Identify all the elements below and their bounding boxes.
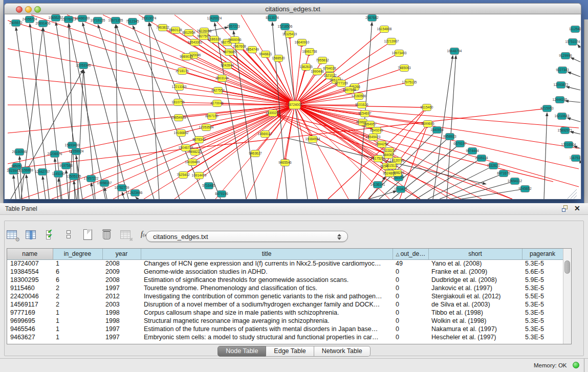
table-cell[interactable]: 1 (53, 309, 102, 317)
tab-edge-table[interactable]: Edge Table (266, 346, 314, 357)
table-row[interactable]: 911546021997Tourette syndrome. Phenomeno… (7, 284, 563, 292)
column-header-in_degree[interactable]: in_degree (53, 249, 102, 259)
table-cell[interactable]: 1 (53, 317, 102, 325)
table-cell[interactable]: 1 (53, 325, 102, 333)
table-cell[interactable]: Tourette syndrome. Phenomenology and cla… (141, 284, 393, 292)
table-cell[interactable]: 19384554 (7, 268, 53, 276)
column-header-out_de[interactable]: △out_de… (393, 249, 428, 259)
table-cell[interactable]: Genome-wide association studies in ADHD. (141, 268, 393, 276)
table-cell[interactable]: 1997 (102, 333, 141, 341)
table-row[interactable]: 1830029562008Estimation of significance … (7, 276, 563, 284)
table-cell[interactable]: 0 (393, 268, 428, 276)
table-cell[interactable]: Franke et al. (2009) (428, 268, 522, 276)
table-cell[interactable]: 1997 (102, 284, 141, 292)
table-cell[interactable]: 5.3E-5 (522, 317, 563, 325)
select-all-columns-icon[interactable]: ✔ ✔ (43, 228, 56, 241)
vertical-scrollbar[interactable] (563, 249, 571, 344)
table-panel-header[interactable]: Table Panel ✕ (0, 203, 588, 215)
table-cell[interactable]: 9777169 (7, 309, 53, 317)
table-cell[interactable]: Changes of HCN gene expression and I(f) … (141, 259, 393, 268)
window-titlebar[interactable]: citations_edges.txt (4, 3, 581, 14)
column-header-year[interactable]: year (102, 249, 141, 259)
table-row[interactable]: 969969511998Structural magnetic resonanc… (7, 317, 563, 325)
table-cell[interactable]: 5.3E-5 (522, 333, 563, 341)
column-chooser-icon[interactable] (24, 228, 37, 241)
table-cell[interactable]: Disruption of a novel member of a sodium… (141, 300, 393, 309)
table-cell[interactable]: 2 (53, 284, 102, 292)
table-cell[interactable]: Nakamura et al. (1997) (428, 325, 522, 333)
table-cell[interactable]: 2008 (102, 259, 141, 268)
table-cell[interactable]: 22420046 (7, 292, 53, 300)
table-cell[interactable]: 9465546 (7, 325, 53, 333)
column-header-short[interactable]: short (428, 249, 522, 259)
table-cell[interactable]: 6 (53, 276, 102, 284)
table-cell[interactable]: Hescheler et al. (1997) (428, 333, 522, 341)
close-panel-icon[interactable]: ✕ (574, 204, 580, 212)
table-selector-dropdown[interactable]: citations_edges.txt (146, 231, 348, 242)
table-cell[interactable]: 5.6E-5 (522, 268, 563, 276)
citation-network-graph[interactable]: 2405572240557242089140610655257152760231… (5, 14, 581, 200)
table-cell[interactable]: 0 (393, 300, 428, 309)
column-header-title[interactable]: title (141, 249, 393, 259)
table-cell[interactable]: Stergiakouli et al. (2012) (428, 292, 522, 300)
scrollbar-thumb[interactable] (564, 260, 570, 274)
table-cell[interactable]: 0 (393, 333, 428, 341)
table-cell[interactable]: Dudbridge et al. (2008) (428, 276, 522, 284)
column-header-pagerank[interactable]: pagerank (522, 249, 563, 259)
table-cell[interactable]: 1997 (102, 325, 141, 333)
create-table-icon[interactable] (81, 228, 94, 241)
table-cell[interactable]: 14569117 (7, 300, 53, 309)
table-cell[interactable]: 9115460 (7, 284, 53, 292)
table-cell[interactable]: Investigating the contribution of common… (141, 292, 393, 300)
table-cell[interactable]: 18300295 (7, 276, 53, 284)
table-cell[interactable]: 6 (53, 268, 102, 276)
tab-node-table[interactable]: Node Table (217, 346, 266, 357)
table-cell[interactable]: Yano et al. (2008) (428, 259, 522, 268)
table-cell[interactable]: 5.9E-5 (522, 276, 563, 284)
table-cell[interactable]: 2 (53, 292, 102, 300)
table-row[interactable]: 946362711997Embryonic stem cells: a mode… (7, 333, 563, 341)
table-cell[interactable]: 0 (393, 284, 428, 292)
table-cell[interactable]: 2 (53, 300, 102, 309)
table-cell[interactable]: Tibbo et al. (1998) (428, 309, 522, 317)
table-cell[interactable]: 2003 (102, 300, 141, 309)
table-cell[interactable]: 5.3E-5 (522, 325, 563, 333)
table-cell[interactable]: Embryonic stem cells: a model to study s… (141, 333, 393, 341)
table-cell[interactable]: 5.3E-5 (522, 259, 563, 268)
table-cell[interactable]: 9699695 (7, 317, 53, 325)
table-cell[interactable]: Structural magnetic resonance image aver… (141, 317, 393, 325)
table-cell[interactable]: 1998 (102, 309, 141, 317)
table-cell[interactable]: 5.3E-5 (522, 300, 563, 309)
table-cell[interactable]: 0 (393, 276, 428, 284)
table-row[interactable]: 977716911998Corpus callosum shape and si… (7, 309, 563, 317)
table-cell[interactable]: 1998 (102, 317, 141, 325)
table-cell[interactable]: Wolkin et al. (1998) (428, 317, 522, 325)
table-cell[interactable]: 9463627 (7, 333, 53, 341)
table-row[interactable]: 1938455462009Genome-wide association stu… (7, 268, 563, 276)
table-cell[interactable]: 2008 (102, 276, 141, 284)
table-settings-icon[interactable]: ⚙ (5, 228, 18, 241)
table-cell[interactable]: 0 (393, 325, 428, 333)
table-cell[interactable]: de Silva et al. (2003) (428, 300, 522, 309)
table-cell[interactable]: 49 (393, 259, 428, 268)
network-canvas[interactable]: 2405572240557242089140610655257152760231… (4, 14, 581, 200)
table-cell[interactable]: 0 (393, 292, 428, 300)
table-cell[interactable]: 5.3E-5 (522, 284, 563, 292)
table-cell[interactable]: 18724007 (7, 259, 53, 268)
tab-network-table[interactable]: Network Table (314, 346, 371, 357)
table-cell[interactable]: 2012 (102, 292, 141, 300)
table-row[interactable]: 2242004622012Investigating the contribut… (7, 292, 563, 300)
table-cell[interactable]: 1 (53, 333, 102, 341)
table-row[interactable]: 1872400712008Changes of HCN gene express… (7, 259, 563, 268)
table-row[interactable]: 946554611997Estimation of the future num… (7, 325, 563, 333)
float-panel-icon[interactable] (562, 205, 570, 213)
node-table[interactable]: namein_degreeyeartitle△out_de…shortpager… (7, 249, 563, 341)
column-header-name[interactable]: name (7, 249, 53, 259)
table-cell[interactable]: 0 (393, 309, 428, 317)
table-cell[interactable]: 0 (393, 317, 428, 325)
delete-table-icon[interactable] (100, 228, 113, 241)
table-cell[interactable]: 5.5E-5 (522, 292, 563, 300)
table-cell[interactable]: 5.3E-5 (522, 309, 563, 317)
table-cell[interactable]: 2009 (102, 268, 141, 276)
table-cell[interactable]: Jankovic et al. (1997) (428, 284, 522, 292)
